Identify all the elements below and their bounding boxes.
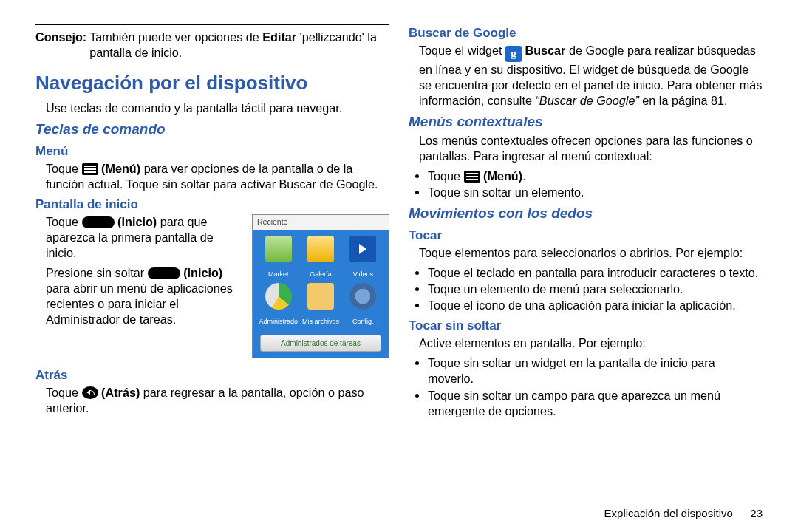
nav-intro: Use teclas de comando y la pantalla táct… [35,100,389,116]
menus-paragraph: Los menús contextuales ofrecen opciones … [409,133,763,164]
recent-item: Administrado [257,283,299,327]
list-item: Toque (Menú). [428,168,763,184]
back-icon [82,386,98,399]
menu-icon [82,163,98,175]
task-manager-button: Administrados de tareas [260,335,381,352]
tip-label: Consejo: [35,30,89,61]
page-footer: Explicación del dispositivo 23 [604,506,763,521]
gallery-icon [307,236,334,262]
recent-header: Reciente [253,215,389,230]
home-icon [82,216,115,228]
videos-icon [349,236,376,262]
subheading-google: Buscar de Google [409,25,763,41]
list-item: Toque sin soltar un elemento. [428,185,763,200]
google-paragraph: Toque el widget g Buscar de Google para … [409,43,763,109]
recent-grid: Market Galería Videos Administrado [253,230,389,330]
menu-paragraph: Toque (Menú) para ver opciones de la pan… [35,161,389,192]
footer-page-number: 23 [736,506,763,521]
settings-icon [349,283,376,310]
subheading-teclas: Teclas de comando [35,120,389,139]
section-heading-navigation: Navegación por el dispositivo [35,71,389,96]
files-icon [307,283,334,310]
list-item: Toque sin soltar un widget en la pantall… [428,355,763,386]
google-icon: g [505,46,522,62]
list-item: Toque el teclado en pantalla para introd… [428,265,763,281]
menu-icon [464,171,480,183]
tocarsin-list: Toque sin soltar un widget en la pantall… [409,355,763,418]
subheading-tocar-sin-soltar: Tocar sin soltar [409,318,763,334]
tip-block: Consejo: También puede ver opciones de E… [35,30,389,61]
recent-item: Mis archivos [299,283,341,327]
recent-item: Config. [342,283,384,327]
subheading-tocar: Tocar [409,228,763,244]
recent-item: Market [257,236,299,280]
home-icon [148,267,180,279]
task-manager-icon [265,283,292,310]
atras-paragraph: Toque (Atrás) para regresar a la pantall… [35,385,389,416]
menus-list: Toque (Menú). Toque sin soltar un elemen… [409,168,763,200]
tocarsin-paragraph: Active elementos en pantalla. Por ejempl… [409,335,763,351]
divider [35,24,389,25]
recent-item: Galería [299,236,341,280]
market-icon [265,236,292,262]
subheading-atras: Atrás [35,367,389,383]
recent-apps-figure: Reciente Market Galería Videos [252,214,389,358]
subheading-menu: Menú [35,143,389,160]
list-item: Toque un elemento de menú para seleccion… [428,282,763,297]
subheading-pantalla-inicio: Pantalla de inicio [35,197,389,213]
list-item: Toque el icono de una aplicación para in… [428,298,763,313]
list-item: Toque sin soltar un campo para que apare… [428,388,763,419]
left-column: Consejo: También puede ver opciones de E… [35,24,389,423]
subheading-movimientos: Movimientos con los dedos [409,205,763,223]
tip-text: También puede ver opciones de Editar 'pe… [89,30,389,61]
recent-item: Videos [342,236,384,280]
tocar-paragraph: Toque elementos para seleccionarlos o ab… [409,245,763,261]
subheading-menus-contextuales: Menús contextuales [409,113,763,132]
footer-chapter: Explicación del dispositivo [604,507,733,519]
tocar-list: Toque el teclado en pantalla para introd… [409,265,763,313]
right-column: Buscar de Google Toque el widget g Busca… [409,24,763,423]
